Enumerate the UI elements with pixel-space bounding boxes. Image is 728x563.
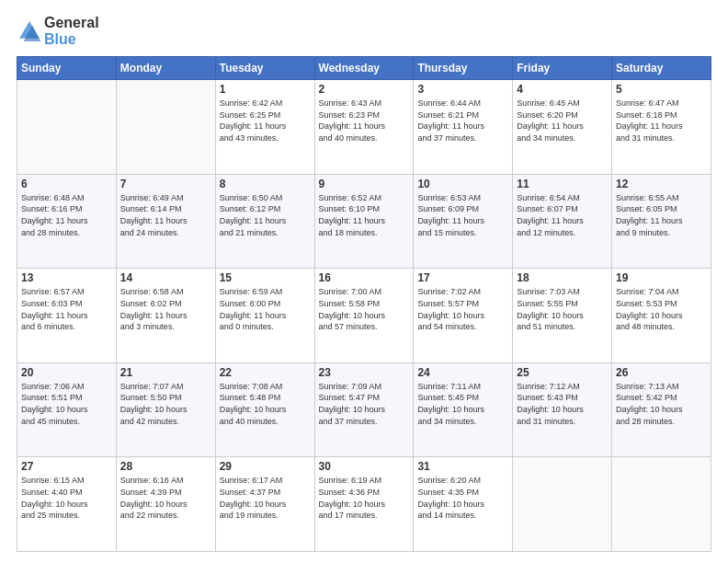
calendar-cell: 2Sunrise: 6:43 AM Sunset: 6:23 PM Daylig… <box>314 80 414 175</box>
calendar-cell: 21Sunrise: 7:07 AM Sunset: 5:50 PM Dayli… <box>116 362 215 457</box>
day-content: Sunrise: 6:52 AM Sunset: 6:10 PM Dayligh… <box>319 192 410 238</box>
day-content: Sunrise: 6:47 AM Sunset: 6:18 PM Dayligh… <box>616 98 707 144</box>
day-number: 9 <box>319 178 410 190</box>
day-content: Sunrise: 6:43 AM Sunset: 6:23 PM Dayligh… <box>319 98 410 144</box>
day-number: 12 <box>616 178 707 190</box>
day-content: Sunrise: 6:44 AM Sunset: 6:21 PM Dayligh… <box>417 98 508 144</box>
calendar-week-row: 1Sunrise: 6:42 AM Sunset: 6:25 PM Daylig… <box>17 80 711 175</box>
day-number: 31 <box>417 460 508 473</box>
day-number: 14 <box>120 271 211 284</box>
day-number: 5 <box>616 83 707 96</box>
day-content: Sunrise: 7:02 AM Sunset: 5:57 PM Dayligh… <box>417 286 508 332</box>
day-number: 2 <box>319 83 410 96</box>
day-content: Sunrise: 7:00 AM Sunset: 5:58 PM Dayligh… <box>319 286 410 332</box>
calendar-cell: 12Sunrise: 6:55 AM Sunset: 6:05 PM Dayli… <box>612 174 711 269</box>
calendar-cell: 3Sunrise: 6:44 AM Sunset: 6:21 PM Daylig… <box>414 80 513 175</box>
day-content: Sunrise: 7:03 AM Sunset: 5:55 PM Dayligh… <box>517 286 608 332</box>
page: General Blue Sunday Monday Tuesday Wedne… <box>0 0 728 563</box>
calendar-cell <box>612 457 711 552</box>
calendar-cell: 22Sunrise: 7:08 AM Sunset: 5:48 PM Dayli… <box>215 362 314 457</box>
day-content: Sunrise: 6:55 AM Sunset: 6:05 PM Dayligh… <box>616 192 707 238</box>
col-thursday: Thursday <box>414 57 513 80</box>
logo-text: General Blue <box>44 15 99 47</box>
calendar-cell: 1Sunrise: 6:42 AM Sunset: 6:25 PM Daylig… <box>215 80 314 175</box>
day-number: 30 <box>319 460 410 473</box>
calendar-cell: 31Sunrise: 6:20 AM Sunset: 4:35 PM Dayli… <box>414 457 513 552</box>
day-number: 16 <box>319 271 410 284</box>
day-number: 6 <box>21 178 112 190</box>
day-content: Sunrise: 6:20 AM Sunset: 4:35 PM Dayligh… <box>417 475 508 521</box>
day-number: 8 <box>220 178 311 190</box>
calendar-cell: 30Sunrise: 6:19 AM Sunset: 4:36 PM Dayli… <box>314 457 414 552</box>
calendar-cell: 15Sunrise: 6:59 AM Sunset: 6:00 PM Dayli… <box>215 269 314 363</box>
calendar-cell <box>116 80 215 175</box>
calendar-cell: 23Sunrise: 7:09 AM Sunset: 5:47 PM Dayli… <box>314 362 414 457</box>
day-content: Sunrise: 7:07 AM Sunset: 5:50 PM Dayligh… <box>120 381 211 427</box>
day-number: 11 <box>517 178 608 190</box>
calendar-cell: 8Sunrise: 6:50 AM Sunset: 6:12 PM Daylig… <box>215 174 314 269</box>
calendar-cell: 24Sunrise: 7:11 AM Sunset: 5:45 PM Dayli… <box>414 362 513 457</box>
calendar-cell: 25Sunrise: 7:12 AM Sunset: 5:43 PM Dayli… <box>513 362 612 457</box>
calendar-cell: 13Sunrise: 6:57 AM Sunset: 6:03 PM Dayli… <box>17 269 117 363</box>
day-number: 10 <box>417 178 508 190</box>
calendar-cell: 11Sunrise: 6:54 AM Sunset: 6:07 PM Dayli… <box>513 174 612 269</box>
day-content: Sunrise: 6:59 AM Sunset: 6:00 PM Dayligh… <box>220 286 311 332</box>
day-number: 20 <box>21 366 112 379</box>
day-number: 22 <box>220 366 311 379</box>
day-content: Sunrise: 6:42 AM Sunset: 6:25 PM Dayligh… <box>220 98 311 144</box>
day-number: 26 <box>616 366 707 379</box>
calendar-week-row: 27Sunrise: 6:15 AM Sunset: 4:40 PM Dayli… <box>17 457 711 552</box>
header: General Blue <box>17 15 711 47</box>
day-content: Sunrise: 6:48 AM Sunset: 6:16 PM Dayligh… <box>21 192 112 238</box>
calendar-cell: 5Sunrise: 6:47 AM Sunset: 6:18 PM Daylig… <box>612 80 711 175</box>
calendar-header-row: Sunday Monday Tuesday Wednesday Thursday… <box>17 57 711 80</box>
day-number: 15 <box>220 271 311 284</box>
calendar-table: Sunday Monday Tuesday Wednesday Thursday… <box>17 56 711 552</box>
calendar-cell: 14Sunrise: 6:58 AM Sunset: 6:02 PM Dayli… <box>116 269 215 363</box>
calendar-cell <box>17 80 117 175</box>
calendar-cell: 20Sunrise: 7:06 AM Sunset: 5:51 PM Dayli… <box>17 362 117 457</box>
calendar-cell: 27Sunrise: 6:15 AM Sunset: 4:40 PM Dayli… <box>17 457 117 552</box>
day-number: 1 <box>220 83 311 96</box>
calendar-cell: 4Sunrise: 6:45 AM Sunset: 6:20 PM Daylig… <box>513 80 612 175</box>
calendar-cell: 16Sunrise: 7:00 AM Sunset: 5:58 PM Dayli… <box>314 269 414 363</box>
day-content: Sunrise: 6:45 AM Sunset: 6:20 PM Dayligh… <box>517 98 608 144</box>
day-content: Sunrise: 6:49 AM Sunset: 6:14 PM Dayligh… <box>120 192 211 238</box>
day-content: Sunrise: 7:11 AM Sunset: 5:45 PM Dayligh… <box>417 381 508 427</box>
day-number: 23 <box>319 366 410 379</box>
day-content: Sunrise: 6:17 AM Sunset: 4:37 PM Dayligh… <box>220 475 311 521</box>
day-content: Sunrise: 7:08 AM Sunset: 5:48 PM Dayligh… <box>220 381 311 427</box>
day-content: Sunrise: 7:06 AM Sunset: 5:51 PM Dayligh… <box>21 381 112 427</box>
day-number: 25 <box>517 366 608 379</box>
calendar-cell: 28Sunrise: 6:16 AM Sunset: 4:39 PM Dayli… <box>116 457 215 552</box>
day-content: Sunrise: 7:09 AM Sunset: 5:47 PM Dayligh… <box>319 381 410 427</box>
col-wednesday: Wednesday <box>314 57 414 80</box>
calendar-cell: 17Sunrise: 7:02 AM Sunset: 5:57 PM Dayli… <box>414 269 513 363</box>
day-number: 24 <box>417 366 508 379</box>
day-content: Sunrise: 6:19 AM Sunset: 4:36 PM Dayligh… <box>319 475 410 521</box>
day-content: Sunrise: 6:15 AM Sunset: 4:40 PM Dayligh… <box>21 475 112 521</box>
day-content: Sunrise: 6:57 AM Sunset: 6:03 PM Dayligh… <box>21 286 112 332</box>
col-saturday: Saturday <box>612 57 711 80</box>
day-content: Sunrise: 7:04 AM Sunset: 5:53 PM Dayligh… <box>616 286 707 332</box>
day-number: 7 <box>120 178 211 190</box>
calendar-cell: 6Sunrise: 6:48 AM Sunset: 6:16 PM Daylig… <box>17 174 117 269</box>
day-content: Sunrise: 6:54 AM Sunset: 6:07 PM Dayligh… <box>517 192 608 238</box>
calendar-cell: 19Sunrise: 7:04 AM Sunset: 5:53 PM Dayli… <box>612 269 711 363</box>
day-number: 13 <box>21 271 112 284</box>
day-number: 17 <box>417 271 508 284</box>
day-number: 19 <box>616 271 707 284</box>
logo-icon <box>17 18 42 44</box>
col-tuesday: Tuesday <box>215 57 314 80</box>
calendar-cell: 29Sunrise: 6:17 AM Sunset: 4:37 PM Dayli… <box>215 457 314 552</box>
day-number: 4 <box>517 83 608 96</box>
calendar-week-row: 6Sunrise: 6:48 AM Sunset: 6:16 PM Daylig… <box>17 174 711 269</box>
col-monday: Monday <box>116 57 215 80</box>
calendar-cell: 26Sunrise: 7:13 AM Sunset: 5:42 PM Dayli… <box>612 362 711 457</box>
day-number: 29 <box>220 460 311 473</box>
day-content: Sunrise: 7:12 AM Sunset: 5:43 PM Dayligh… <box>517 381 608 427</box>
col-sunday: Sunday <box>17 57 117 80</box>
day-content: Sunrise: 6:58 AM Sunset: 6:02 PM Dayligh… <box>120 286 211 332</box>
day-number: 3 <box>417 83 508 96</box>
day-content: Sunrise: 6:53 AM Sunset: 6:09 PM Dayligh… <box>417 192 508 238</box>
